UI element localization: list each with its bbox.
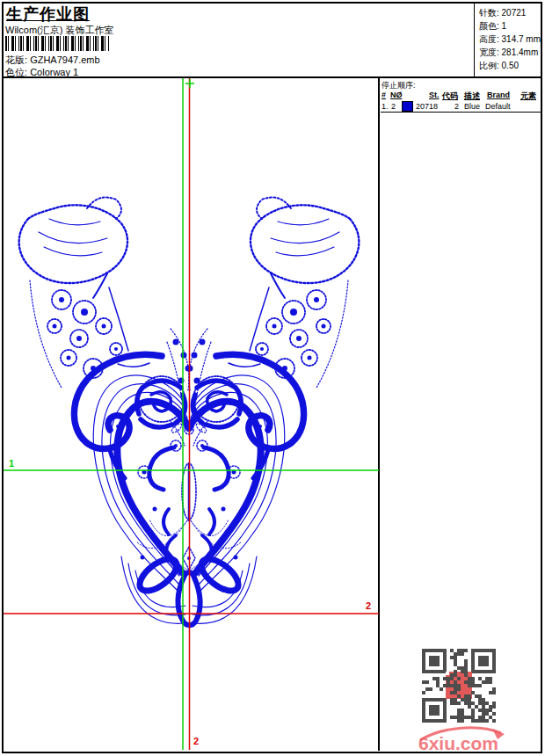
guide-label-2-right: 2: [366, 600, 371, 611]
col-st: St.: [429, 91, 440, 99]
qr-finder-icon: [471, 649, 496, 673]
stop-sequence-panel: 停止顺序: # NØ St. 代码 描述 Brand 元素 1. 2 20718…: [381, 78, 541, 113]
design-left-arm: [19, 198, 193, 624]
width-label: 宽度:: [479, 47, 499, 57]
height-row: 高度: 314.7 mm: [479, 33, 541, 46]
thread-color-swatch: [402, 101, 413, 112]
studio-subtitle: Wilcom(汇京) 装饰工作室: [5, 24, 113, 37]
col-brand: Brand: [487, 91, 510, 99]
design-right-arm: [185, 198, 360, 624]
barcode: [5, 36, 109, 51]
stitches-label: 针数:: [479, 8, 499, 18]
watermark: 6xiu.com: [417, 723, 513, 754]
height-label: 高度:: [479, 34, 499, 44]
guide-label-1: 1: [9, 458, 14, 469]
stitches-value: 20721: [502, 8, 527, 18]
production-worksheet: 生产作业图 Wilcom(汇京) 装饰工作室 花版: GZHA7947.emb …: [0, 0, 545, 756]
row-brand: Default: [485, 102, 511, 111]
pattern-label: 花版:: [5, 55, 27, 65]
col-code: 代码: [442, 91, 458, 102]
col-hash: #: [382, 91, 386, 99]
row-stitches: 20718: [416, 102, 438, 111]
row-code: 2: [454, 102, 459, 111]
guide-label-2-bottom: 2: [193, 736, 199, 746]
watermark-text: 6xiu.com: [418, 733, 498, 753]
row-needle: 2: [391, 102, 396, 111]
row-index: 1.: [382, 102, 389, 111]
pattern-row: 花版: GZHA7947.emb: [5, 54, 100, 67]
embroidery-design-svg: 1 2 2: [4, 78, 379, 750]
colors-row: 颜色: 1: [479, 19, 541, 33]
col-no: NØ: [390, 91, 403, 99]
qr-code: [422, 649, 496, 723]
pattern-value: GZHA7947.emb: [30, 55, 99, 65]
row-description: Blue: [464, 102, 480, 111]
design-canvas: 1 2 2: [4, 78, 379, 750]
col-elements: 元素: [520, 91, 536, 102]
scale-row: 比例: 0.50: [479, 59, 541, 72]
stitches-row: 针数: 20721: [479, 6, 541, 19]
height-value: 314.7 mm: [502, 34, 541, 44]
start-point-marker: [185, 79, 194, 88]
colors-label: 颜色:: [479, 21, 499, 31]
colors-value: 1: [502, 21, 507, 31]
design-info-box: 针数: 20721 颜色: 1 高度: 314.7 mm 宽度: 281.4mm…: [474, 4, 541, 76]
width-value: 281.4mm: [502, 47, 539, 57]
col-description: 描述: [464, 91, 480, 102]
width-row: 宽度: 281.4mm: [479, 46, 541, 59]
scale-value: 0.50: [502, 61, 519, 70]
qr-finder-icon: [422, 649, 447, 673]
page-title: 生产作业图: [6, 4, 90, 25]
qr-finder-icon: [422, 698, 447, 723]
guide-lines: 1 2 2: [4, 78, 379, 750]
scale-label: 比例:: [479, 61, 499, 70]
